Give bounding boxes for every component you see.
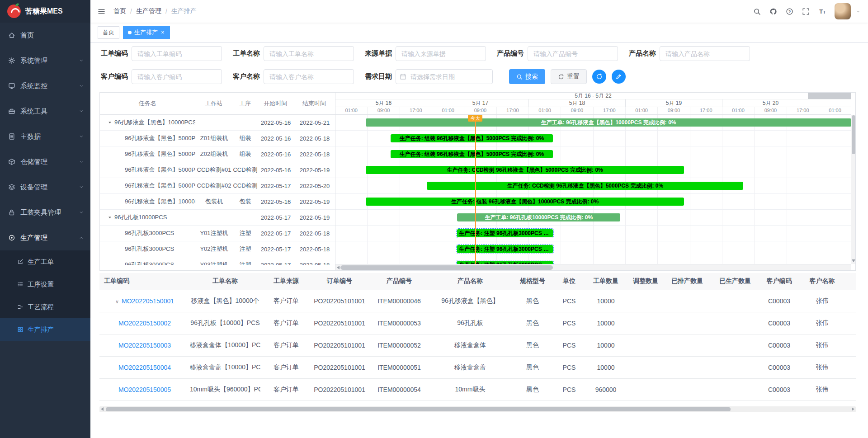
- tab-close-icon[interactable]: ×: [160, 29, 165, 35]
- order-row[interactable]: ∨MO202205150001移液盒【黑色】10000个客户订单PO202205…: [99, 290, 856, 312]
- tab-生产排产[interactable]: 生产排产×: [123, 26, 170, 39]
- gantt-vertical-scrollbar[interactable]: [851, 115, 855, 264]
- gantt-task-row[interactable]: 96孔移液盒【黑色】10000PCS2022-05-162022-05-21: [100, 115, 335, 131]
- breadcrumb-item[interactable]: 生产管理: [136, 7, 161, 15]
- gantt-bar-task[interactable]: 生产任务: 注塑 96孔孔板3000PCS 完成比例: 0%: [457, 229, 552, 237]
- expand-chevron-icon[interactable]: ∨: [115, 299, 119, 304]
- gantt-bar-task[interactable]: 生产任务: CCD检测 96孔移液盒【黑色】5000PCS 完成比例: 0%: [366, 166, 684, 174]
- search-button[interactable]: 搜索: [509, 69, 545, 84]
- question-icon[interactable]: ?: [786, 8, 793, 15]
- scroll-down-arrow-icon[interactable]: [852, 259, 855, 262]
- order-cell: 96孔孔板: [431, 312, 509, 334]
- gantt-hscroll-thumb[interactable]: [340, 265, 553, 270]
- gantt-horizontal-scrollbar[interactable]: [335, 264, 851, 270]
- refresh-icon: [558, 74, 564, 80]
- gantt-task-row[interactable]: 96孔移液盒【黑色】5000PCSZ01组装机组装2022-05-162022-…: [100, 131, 335, 146]
- 产品编号-input[interactable]: [528, 46, 618, 61]
- sidebar-item-工装夹具管理[interactable]: 工装夹具管理: [0, 200, 90, 225]
- scroll-left-arrow-icon[interactable]: [337, 266, 340, 269]
- orders-column-header: 产品名称: [431, 273, 509, 290]
- gantt-bar-task[interactable]: 生产任务: 组装 96孔移液盒【黑色】5000PCS 完成比例: 0%: [391, 150, 552, 158]
- 工单编码-input[interactable]: [132, 46, 222, 61]
- gantt-timeline: 5月 16 - 5月 22 5月 165月 175月 185月 195月 20 …: [335, 93, 855, 270]
- gantt-bar-task[interactable]: 生产任务: 包装 96孔移液盒【黑色】10000PCS 完成比例: 0%: [366, 198, 684, 206]
- font-size-icon[interactable]: TT: [818, 8, 826, 15]
- sidebar-subitem-生产工单[interactable]: 生产工单: [0, 250, 90, 273]
- gantt-bar-task[interactable]: 生产任务: 注塑 96孔孔板3000PCS 完成比例: 0%: [457, 245, 552, 253]
- scroll-left-arrow-icon[interactable]: [101, 407, 104, 411]
- work-order-link[interactable]: MO202205150005: [118, 386, 171, 393]
- sidebar-toggle-hamburger-icon[interactable]: [98, 8, 105, 15]
- sidebar-subitem-工艺流程[interactable]: 工艺流程: [0, 296, 90, 318]
- 客户编码-input[interactable]: [132, 69, 222, 84]
- breadcrumb-item[interactable]: 首页: [113, 7, 126, 15]
- user-menu-caret-icon[interactable]: [856, 9, 861, 14]
- task-process: 组装: [233, 150, 258, 158]
- reset-button[interactable]: 重置: [551, 69, 587, 84]
- gantt-task-row[interactable]: 96孔移液盒【黑色】5000PCSCCD检测#01CCD检测2022-05-16…: [100, 162, 335, 178]
- orders-hscroll-thumb[interactable]: [106, 407, 731, 411]
- gantt-task-row[interactable]: 96孔孔板3000PCSY01注塑机注塑2022-05-172022-05-18: [100, 226, 335, 241]
- workorder-icon: [17, 259, 24, 265]
- navbar-icon-group: ?TT: [753, 8, 826, 15]
- 需求日期-input[interactable]: [396, 69, 493, 84]
- order-cell: 10000: [582, 356, 629, 378]
- sidebar-item-label: 系统监控: [20, 82, 47, 90]
- order-row[interactable]: MO20220515000296孔孔板【10000】PCS客户订单PO20220…: [99, 312, 856, 334]
- gantt-bar-task[interactable]: 生产任务: 注塑 96孔孔板3000PCS 完成比例: 0%: [457, 261, 552, 264]
- order-row[interactable]: MO202205150003移液盒盒体【10000】PCS客户订单PO20220…: [99, 334, 856, 356]
- gantt-task-row[interactable]: 96孔孔板3000PCSY03注塑机注塑2022-05-172022-05-18: [100, 257, 335, 265]
- filter-field-工单名称: 工单名称: [233, 46, 354, 61]
- work-order-link[interactable]: MO202205150004: [118, 364, 171, 371]
- 产品名称-input[interactable]: [660, 46, 750, 61]
- sidebar-item-系统工具[interactable]: 系统工具: [0, 99, 90, 124]
- gantt-task-row[interactable]: 96孔孔板3000PCSY02注塑机注塑2022-05-172022-05-18: [100, 241, 335, 257]
- sidebar-subitem-生产排产[interactable]: 生产排产: [0, 318, 90, 341]
- gantt-bar-task[interactable]: 生产任务: 组装 96孔移液盒【黑色】5000PCS 完成比例: 0%: [391, 134, 552, 142]
- gantt-vscroll-thumb[interactable]: [852, 115, 855, 154]
- refresh-gantt-button[interactable]: [592, 70, 606, 84]
- gantt-body: 生产工单: 96孔移液盒【黑色】10000PCS 完成比例: 0%生产任务: 组…: [335, 115, 851, 264]
- work-order-link[interactable]: MO202205150002: [118, 320, 171, 327]
- work-order-link[interactable]: MO202205150001: [122, 297, 174, 305]
- fullscreen-icon[interactable]: [802, 8, 810, 15]
- order-cell: PCS: [556, 378, 582, 400]
- orders-horizontal-scrollbar[interactable]: [99, 406, 856, 412]
- filter-row-2-fields: 客户编码客户名称需求日期: [101, 69, 504, 84]
- sidebar-item-系统管理[interactable]: 系统管理: [0, 48, 90, 73]
- gantt-bar-label: 生产任务: 注塑 96孔孔板3000PCS 完成比例: 0%: [457, 245, 552, 253]
- sidebar-item-主数据[interactable]: 主数据: [0, 124, 90, 149]
- gantt-bar-order[interactable]: 生产工单: 96孔孔板10000PCS 完成比例: 0%: [457, 213, 620, 221]
- chevron-down-icon: [79, 159, 84, 165]
- gantt-bar-task[interactable]: 生产任务: CCD检测 96孔移液盒【黑色】5000PCS 完成比例: 0%: [427, 182, 743, 190]
- sidebar-item-设备管理[interactable]: 设备管理: [0, 174, 90, 200]
- order-row[interactable]: MO202205150004移液盒盒盖【10000】PCS客户订单PO20220…: [99, 356, 856, 378]
- gantt-task-row[interactable]: 96孔移液盒【黑色】5000PCSZ02组装机组装2022-05-162022-…: [100, 146, 335, 162]
- sidebar-item-仓储管理[interactable]: 仓储管理: [0, 149, 90, 174]
- github-icon[interactable]: [769, 8, 777, 15]
- gantt-task-row[interactable]: 96孔孔板10000PCS2022-05-172022-05-19: [100, 210, 335, 226]
- user-avatar[interactable]: [835, 3, 851, 19]
- 客户名称-input[interactable]: [264, 69, 354, 84]
- 来源单据-input[interactable]: [396, 46, 486, 61]
- sidebar-item-系统监控[interactable]: 系统监控: [0, 73, 90, 99]
- 工单名称-input[interactable]: [264, 46, 354, 61]
- tab-首页[interactable]: 首页: [98, 26, 119, 39]
- chevron-down-icon: [79, 210, 84, 215]
- gantt-bar-order[interactable]: 生产工单: 96孔移液盒【黑色】10000PCS 完成比例: 0%: [366, 118, 851, 127]
- search-icon[interactable]: [753, 8, 761, 15]
- gantt-hour-label: 01:00: [626, 107, 658, 114]
- filter-label: 产品编号: [497, 49, 524, 58]
- order-row[interactable]: MO20220515000510mm吸头【960000】PCS客户订单PO202…: [99, 378, 856, 400]
- tree-expanded-icon: [108, 215, 112, 220]
- task-name: 96孔孔板3000PCS: [125, 261, 174, 265]
- scroll-right-arrow-icon[interactable]: [852, 407, 854, 411]
- gantt-task-row[interactable]: 96孔移液盒【黑色】10000PCS包装机包装2022-05-162022-05…: [100, 194, 335, 210]
- edit-gantt-button[interactable]: [612, 70, 626, 84]
- sidebar-item-生产管理[interactable]: 生产管理: [0, 225, 90, 250]
- sidebar-subitem-工序设置[interactable]: 工序设置: [0, 273, 90, 296]
- work-order-link[interactable]: MO202205150003: [118, 342, 171, 349]
- gantt-task-row[interactable]: 96孔移液盒【黑色】5000PCSCCD检测#02CCD检测2022-05-17…: [100, 178, 335, 194]
- sidebar-item-首页[interactable]: 首页: [0, 23, 90, 48]
- sidebar-item-label: 工装夹具管理: [20, 208, 61, 217]
